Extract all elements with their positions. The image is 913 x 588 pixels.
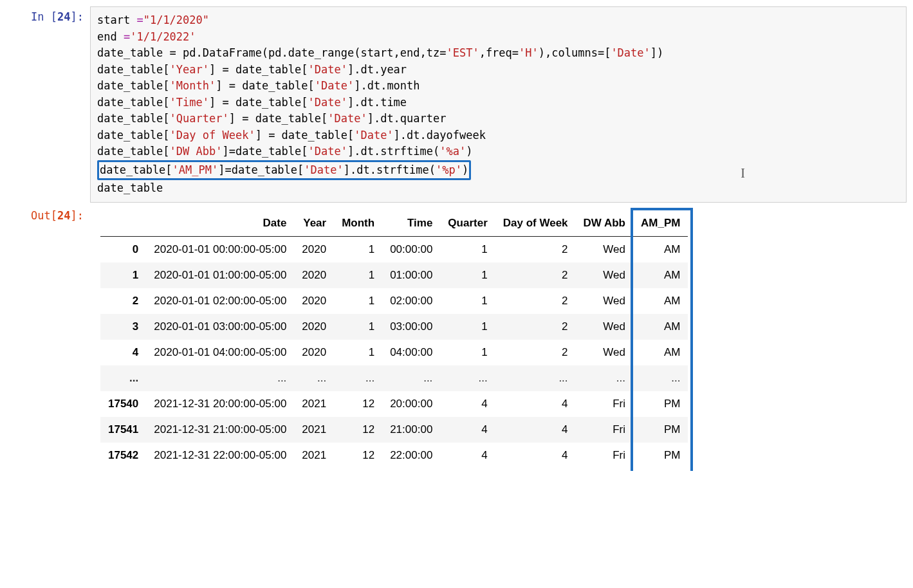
highlighted-code-line: date_table['AM_PM']=date_table['Date'].d… [97,160,471,181]
output-cell: Out[24]: Date Year Month Time Quarter Da… [6,205,907,468]
row-index: ... [100,365,146,391]
cell: 2020 [294,340,334,365]
cell: 4 [495,417,576,443]
table-row: 42020-01-01 04:00:00-05:002020104:00:001… [100,340,688,365]
row-index: 17540 [100,391,146,417]
col-header: Quarter [440,210,495,237]
cell: Wed [576,262,633,288]
row-index: 17542 [100,443,146,468]
cell: 03:00:00 [382,314,440,340]
table-row: 175422021-12-31 22:00:00-05:0020211222:0… [100,443,688,468]
col-header: Day of Week [495,210,576,237]
row-index: 1 [100,262,146,288]
cell: 1 [440,262,495,288]
cell: 2021 [294,391,334,417]
cell: 1 [334,314,382,340]
cell: 2020 [294,236,334,262]
table-row: ........................... [100,365,688,391]
cell: 12 [334,391,382,417]
cell: 2 [495,288,576,314]
cell: 2021-12-31 21:00:00-05:00 [146,417,294,443]
cell: 2020-01-01 02:00:00-05:00 [146,288,294,314]
col-header-ampm: AM_PM [633,210,688,237]
cell: 2 [495,314,576,340]
index-header [100,210,146,237]
row-index: 17541 [100,417,146,443]
col-header: Date [146,210,294,237]
cell: ... [382,365,440,391]
cell: Wed [576,340,633,365]
table-row: 175402021-12-31 20:00:00-05:0020211220:0… [100,391,688,417]
cell: 12 [334,417,382,443]
out-prompt: Out[24]: [6,205,90,222]
cell: ... [576,365,633,391]
cell: 1 [334,340,382,365]
cell: 2021 [294,443,334,468]
cell: 1 [440,288,495,314]
table-row: 175412021-12-31 21:00:00-05:0020211221:0… [100,417,688,443]
cell: 04:00:00 [382,340,440,365]
dataframe-output: Date Year Month Time Quarter Day of Week… [90,205,907,468]
cell: 12 [334,443,382,468]
cell: 1 [334,262,382,288]
cell: 2 [495,340,576,365]
cell: 2 [495,236,576,262]
cell: AM [633,288,688,314]
row-index: 0 [100,236,146,262]
cell: 2020 [294,262,334,288]
cell: Wed [576,236,633,262]
cell: 2021 [294,417,334,443]
cell: 1 [440,340,495,365]
cell: 2020 [294,288,334,314]
cell: 2 [495,262,576,288]
cell: ... [334,365,382,391]
cell: 2020-01-01 01:00:00-05:00 [146,262,294,288]
cell: Fri [576,443,633,468]
cell: 2020-01-01 04:00:00-05:00 [146,340,294,365]
col-header: Month [334,210,382,237]
cell: AM [633,236,688,262]
cell: 01:00:00 [382,262,440,288]
cell: 4 [440,443,495,468]
cell: Wed [576,314,633,340]
cell: 4 [495,443,576,468]
input-cell: In [24]: start ="1/1/2020" end ='1/1/202… [6,6,907,203]
cell: 2020 [294,314,334,340]
cell: 20:00:00 [382,391,440,417]
table-row: 02020-01-01 00:00:00-05:002020100:00:001… [100,236,688,262]
cell: PM [633,443,688,468]
cell: AM [633,262,688,288]
table-row: 32020-01-01 03:00:00-05:002020103:00:001… [100,314,688,340]
cell: 1 [334,288,382,314]
cell: 22:00:00 [382,443,440,468]
cell: PM [633,391,688,417]
col-header: Time [382,210,440,237]
cell: 1 [440,236,495,262]
col-header: DW Abb [576,210,633,237]
cell: 1 [334,236,382,262]
table-row: 22020-01-01 02:00:00-05:002020102:00:001… [100,288,688,314]
cell: 00:00:00 [382,236,440,262]
cell: 02:00:00 [382,288,440,314]
cell: ... [294,365,334,391]
cell: 21:00:00 [382,417,440,443]
cell: Wed [576,288,633,314]
cell: AM [633,340,688,365]
in-prompt: In [24]: [6,6,90,23]
cell: PM [633,417,688,443]
cell: Fri [576,417,633,443]
row-index: 3 [100,314,146,340]
cell: 2020-01-01 03:00:00-05:00 [146,314,294,340]
dataframe-table: Date Year Month Time Quarter Day of Week… [100,210,688,468]
row-index: 4 [100,340,146,365]
table-row: 12020-01-01 01:00:00-05:002020101:00:001… [100,262,688,288]
row-index: 2 [100,288,146,314]
cell: 1 [440,314,495,340]
code-editor[interactable]: start ="1/1/2020" end ='1/1/2022' date_t… [90,6,907,203]
cell: ... [440,365,495,391]
cell: 2020-01-01 00:00:00-05:00 [146,236,294,262]
cell: 4 [495,391,576,417]
cell: 4 [440,417,495,443]
cell: ... [633,365,688,391]
cell: 4 [440,391,495,417]
